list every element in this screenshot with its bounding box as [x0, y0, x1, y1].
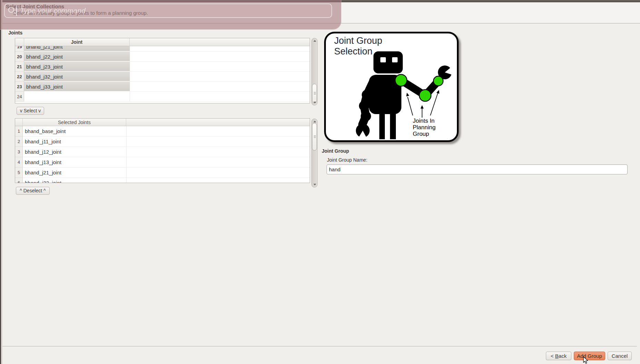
wizard-window: { "window": { "header": { "title": "Sele… — [0, 0, 640, 364]
header-filler — [130, 38, 310, 46]
select-button[interactable]: v Select v — [17, 107, 44, 115]
mouse-cursor-icon — [583, 356, 589, 364]
selected-table-header: Selected Joints — [15, 119, 310, 126]
joints-table-scrollbar[interactable] — [311, 38, 318, 105]
table-row: 19 bhand_j21_joint — [15, 46, 310, 52]
hud-placeholder: Type your command — [20, 7, 86, 15]
caption-line2: Planning — [413, 124, 436, 131]
scroll-up-icon[interactable] — [313, 121, 316, 122]
table-row-clipped[interactable]: 19 bhand_j21_joint — [15, 46, 310, 52]
table-corner — [15, 119, 23, 126]
window-left-border-light — [1, 0, 2, 364]
joints-table-header: Joint — [15, 38, 310, 46]
grip-icon — [314, 135, 316, 138]
text-caret — [16, 6, 17, 16]
table-row[interactable]: 20 bhand_j22_joint — [15, 52, 310, 62]
search-icon — [8, 7, 14, 13]
footer-separator — [2, 346, 637, 346]
table-row: 6 bhand_j22_joint — [15, 178, 310, 183]
hud-search-input[interactable]: Type your command — [4, 3, 332, 18]
scrollbar-thumb[interactable] — [312, 123, 317, 151]
scroll-down-icon[interactable] — [313, 184, 316, 185]
joints-section-label: Joints — [8, 30, 22, 36]
green-joint-shoulder — [395, 74, 407, 86]
joint-group-heading: Joint Group — [322, 148, 349, 154]
robot-image: Joints In Planning Group — [326, 33, 457, 140]
selected-joints-table: Selected Joints 1 bhand_base_joint 2 bha… — [15, 118, 310, 183]
joints-table: Joint 19 bhand_j21_joint 20 bhand_j22_jo… — [15, 38, 310, 103]
back-mnemonic: B — [555, 353, 559, 359]
table-row[interactable]: 21 bhand_j23_joint — [15, 62, 310, 72]
table-row[interactable]: 3 bhand_j12_joint — [15, 147, 310, 157]
table-row[interactable]: 23 bhand_j33_joint — [15, 82, 310, 92]
table-row[interactable]: 22 bhand_j32_joint — [15, 72, 310, 82]
joint-group-name-input[interactable] — [327, 164, 628, 174]
back-button[interactable]: < Back — [546, 352, 571, 360]
caption-line1: Joints In — [413, 118, 434, 124]
table-row[interactable]: 2 bhand_j11_joint — [15, 136, 310, 147]
header-filler — [126, 119, 310, 126]
scroll-down-icon[interactable] — [313, 102, 316, 103]
green-joint-elbow — [419, 90, 431, 101]
add-group-button[interactable]: Add Group — [574, 352, 605, 360]
scroll-up-icon[interactable] — [313, 40, 316, 42]
back-rest: ack — [559, 353, 567, 359]
table-row-clipped[interactable]: 6 bhand_j22_joint — [15, 178, 310, 183]
selected-joints-column-header[interactable]: Selected Joints — [23, 119, 126, 126]
scrollbar-thumb[interactable] — [312, 84, 317, 103]
joint-group-illustration: Joint Group Selection — [324, 32, 459, 142]
cancel-button[interactable]: Cancel — [608, 352, 632, 360]
joints-column-header[interactable]: Joint — [24, 38, 130, 46]
green-joint-wrist — [433, 76, 443, 86]
joint-group-name-label: Joint Group Name: — [327, 157, 368, 163]
table-row[interactable]: 5 bhand_j21_joint — [15, 168, 310, 178]
back-prefix: < — [551, 353, 555, 359]
selected-table-scrollbar[interactable] — [311, 119, 318, 188]
window-left-border — [0, 0, 1, 364]
caption-line3: Group — [413, 131, 429, 137]
hud-overlay: Type your command — [0, 0, 341, 30]
table-row[interactable]: 1 bhand_base_joint — [15, 126, 310, 136]
grip-icon — [314, 92, 316, 95]
table-row[interactable]: 4 bhand_j13_joint — [15, 157, 310, 168]
table-corner — [15, 38, 24, 46]
table-row[interactable]: 24 — [15, 92, 310, 102]
deselect-button[interactable]: ^ Deselect ^ — [16, 187, 50, 195]
